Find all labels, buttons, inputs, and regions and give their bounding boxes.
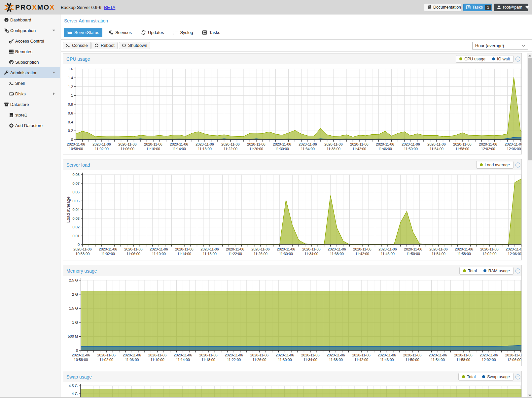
svg-text:1.6: 1.6 (68, 67, 73, 71)
sidebar-item-store1[interactable]: store1 (0, 110, 60, 120)
svg-text:2020-11-06: 2020-11-06 (200, 247, 219, 251)
sidebar-item-label: Shell (15, 81, 25, 86)
collapse-tool-icon[interactable] (515, 268, 520, 274)
window-bottom-edge (0, 397, 532, 398)
svg-text:2020-11-06: 2020-11-06 (277, 247, 295, 251)
expander-down-icon[interactable] (52, 28, 56, 33)
collapse-tool-icon[interactable] (515, 374, 520, 380)
sidebar-item-remotes[interactable]: Remotes (0, 46, 60, 57)
svg-text:11:54:00: 11:54:00 (430, 147, 443, 151)
sidebar-item-administration[interactable]: Administration (0, 67, 60, 78)
collapse-tool-icon[interactable] (515, 162, 520, 168)
svg-text:11:30:00: 11:30:00 (278, 358, 292, 362)
svg-text:11:10:00: 11:10:00 (152, 252, 166, 256)
svg-text:0.02: 0.02 (73, 225, 80, 229)
legend-item[interactable]: CPU usage (456, 57, 489, 61)
list-icon (173, 30, 178, 35)
svg-text:0.06: 0.06 (73, 190, 80, 194)
legend-item[interactable]: Swap usage (479, 375, 513, 379)
sidebar-item-add-datastore[interactable]: Add Datastore (0, 120, 60, 131)
toolbar: Hour (average) ConsoleRebootShutdown (61, 40, 532, 52)
sidebar-item-label: Datastore (10, 102, 29, 107)
tasks-button[interactable]: Tasks 1 (463, 4, 492, 11)
svg-text:1: 1 (71, 93, 73, 97)
svg-text:2020-11-06: 2020-11-06 (251, 247, 269, 251)
svg-text:11:38:00: 11:38:00 (327, 147, 340, 151)
svg-text:11:14:00: 11:14:00 (172, 147, 186, 151)
svg-text:2020-11-06: 2020-11-06 (99, 247, 117, 251)
beta-link[interactable]: BETA (104, 5, 115, 10)
console-button[interactable]: Console (63, 42, 91, 49)
sidebar-item-access-control[interactable]: Access Control (0, 36, 60, 46)
sidebar-item-label: Add Datastore (15, 123, 43, 128)
tab-updates[interactable]: Updates (138, 28, 167, 37)
svg-text:2020-11-06: 2020-11-06 (427, 142, 445, 146)
vertical-scrollbar[interactable] (527, 53, 532, 398)
chart-legend: Load average (476, 161, 514, 169)
panel-title: Server load (66, 162, 90, 168)
scrollbar-thumb[interactable] (528, 58, 532, 160)
tab-services[interactable]: Services (105, 28, 135, 37)
svg-text:11:58:00: 11:58:00 (457, 252, 471, 256)
svg-text:2020-11-06: 2020-11-06 (302, 247, 320, 251)
sidebar-item-shell[interactable]: Shell (0, 78, 60, 88)
svg-text:10:58:00: 10:58:00 (74, 358, 88, 362)
collapse-tool-icon[interactable] (515, 56, 520, 62)
svg-text:12:06:00: 12:06:00 (508, 252, 521, 256)
user-menu-button[interactable]: root@pam (494, 4, 528, 11)
svg-text:11:22:00: 11:22:00 (224, 147, 237, 151)
expander-right-icon[interactable] (52, 91, 56, 96)
sidebar-item-configuration[interactable]: Configuration (0, 25, 60, 36)
svg-text:11:50:00: 11:50:00 (404, 147, 418, 151)
sidebar-item-datastore[interactable]: Datastore (0, 99, 60, 110)
legend-item[interactable]: Load average (477, 163, 513, 167)
documentation-button[interactable]: Documentation (424, 4, 461, 11)
svg-text:11:02:00: 11:02:00 (99, 358, 113, 362)
tab-serverstatus[interactable]: ServerStatus (64, 28, 102, 37)
svg-text:1 G: 1 G (72, 320, 78, 324)
svg-text:12:02:00: 12:02:00 (482, 358, 496, 362)
terminal-icon (9, 81, 14, 86)
shutdown-button[interactable]: Shutdown (119, 42, 150, 49)
legend-item[interactable]: RAM usage (480, 269, 513, 273)
legend-item[interactable]: Total (460, 269, 480, 273)
svg-text:0.03: 0.03 (73, 216, 80, 220)
expander-down-icon[interactable] (52, 70, 56, 75)
legend-item[interactable]: Total (459, 375, 479, 379)
list-alt-icon (466, 5, 471, 10)
legend-dot (480, 163, 483, 166)
panel-cpu-usage: CPU usageCPU usageIO wait00.20.40.60.811… (63, 53, 522, 154)
svg-text:4 G: 4 G (72, 392, 78, 396)
svg-text:2020-11-06: 2020-11-06 (226, 247, 244, 251)
gears-icon (108, 30, 113, 35)
database-icon (9, 113, 14, 117)
svg-text:11:46:00: 11:46:00 (381, 252, 395, 256)
svg-text:11:18:00: 11:18:00 (203, 252, 217, 256)
legend-item[interactable]: IO wait (489, 57, 513, 61)
svg-text:12:06:00: 12:06:00 (507, 358, 521, 362)
sidebar-item-label: Administration (10, 70, 37, 75)
time-range-combobox[interactable]: Hour (average) (472, 42, 528, 50)
sidebar-item-dashboard[interactable]: Dashboard (0, 15, 60, 25)
reboot-button[interactable]: Reboot (91, 42, 118, 49)
sidebar-item-subscription[interactable]: Subscription (0, 57, 60, 67)
svg-text:11:42:00: 11:42:00 (355, 252, 369, 256)
tab-syslog[interactable]: Syslog (170, 28, 196, 37)
proxmox-x-icon (4, 3, 14, 12)
svg-text:2020-11-06: 2020-11-06 (353, 247, 371, 251)
svg-text:2020-11-06: 2020-11-06 (505, 142, 521, 146)
tab-tasks[interactable]: Tasks (199, 28, 223, 37)
svg-text:0.4: 0.4 (68, 120, 73, 124)
svg-text:2020-11-06: 2020-11-06 (124, 247, 142, 251)
svg-text:11:30:00: 11:30:00 (275, 147, 289, 151)
svg-text:11:42:00: 11:42:00 (354, 358, 368, 362)
svg-text:2020-11-06: 2020-11-06 (350, 142, 368, 146)
svg-text:2020-11-06: 2020-11-06 (250, 353, 268, 357)
svg-text:2020-11-06: 2020-11-06 (118, 142, 136, 146)
sidebar-item-disks[interactable]: Disks (0, 88, 60, 99)
svg-text:2020-11-06: 2020-11-06 (378, 247, 397, 251)
svg-text:11:26:00: 11:26:00 (254, 252, 267, 256)
scroll-up-arrow[interactable] (527, 53, 532, 58)
sidebar-item-label: Subscription (15, 60, 39, 65)
svg-text:2020-11-06: 2020-11-06 (123, 353, 141, 357)
